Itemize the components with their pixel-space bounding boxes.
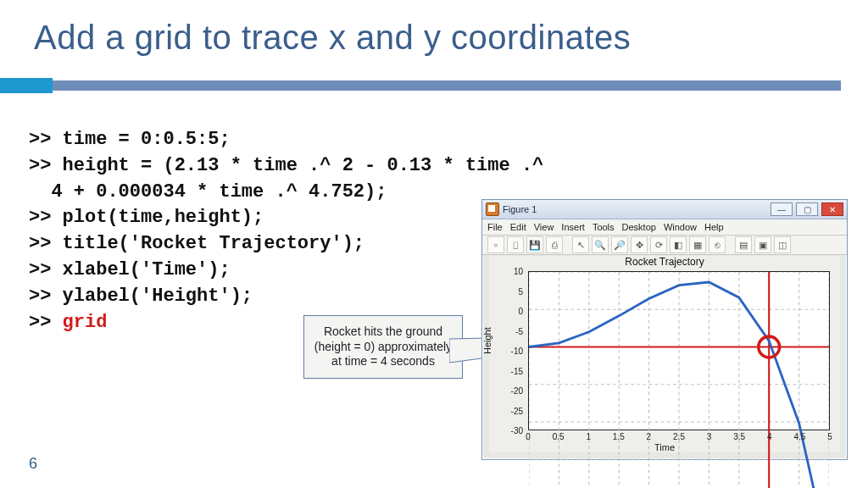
- code-line: >> height = (2.13 * time .^ 2 - 0.13 * t…: [29, 155, 543, 176]
- code-block: >> time = 0:0.5:5; >> height = (2.13 * t…: [29, 127, 487, 336]
- menu-window[interactable]: Window: [664, 222, 697, 232]
- insert-legend-icon[interactable]: ▣: [754, 236, 771, 253]
- menu-help[interactable]: Help: [704, 222, 724, 232]
- pointer-icon[interactable]: ↖: [572, 236, 589, 253]
- plot-axes[interactable]: [528, 271, 830, 430]
- code-line: >> title('Rocket Trajectory');: [29, 233, 364, 254]
- x-ticks: 00.511.522.533.544.55: [528, 432, 830, 442]
- new-icon[interactable]: ▫: [487, 236, 504, 253]
- code-line: >> grid: [29, 312, 107, 333]
- datatip-icon[interactable]: ◧: [670, 236, 687, 253]
- code-line: 4 + 0.000034 * time .^ 4.752);: [29, 181, 387, 202]
- slide-title: Add a grid to trace x and y coordinates: [34, 19, 631, 57]
- menu-view[interactable]: View: [534, 222, 554, 232]
- zoomin-icon[interactable]: 🔍: [592, 236, 609, 253]
- brush-icon[interactable]: ▦: [689, 236, 706, 253]
- figure-titlebar[interactable]: Figure 1 — ▢ ✕: [482, 200, 847, 219]
- rotate-icon[interactable]: ⟳: [650, 236, 667, 253]
- maximize-button[interactable]: ▢: [796, 202, 818, 216]
- minimize-button[interactable]: —: [771, 202, 793, 216]
- hide-plot-tools-icon[interactable]: ◫: [774, 236, 791, 253]
- grid-keyword: grid: [63, 312, 108, 333]
- matlab-icon: [486, 202, 499, 216]
- y-ticks: 1050-5-10-15-20-25-30: [489, 271, 526, 430]
- print-icon[interactable]: ⎙: [546, 236, 563, 253]
- menu-tools[interactable]: Tools: [593, 222, 615, 232]
- save-icon[interactable]: 💾: [526, 236, 543, 253]
- chart-title: Rocket Trajectory: [489, 256, 840, 268]
- callout-box: Rocket hits the ground (height = 0) appr…: [303, 315, 463, 379]
- code-line: >> plot(time,height);: [29, 207, 264, 228]
- insert-colorbar-icon[interactable]: ▤: [735, 236, 752, 253]
- axes-area: Rocket Trajectory Height Time 1050-5-10-…: [489, 256, 840, 452]
- menu-edit[interactable]: Edit: [510, 222, 526, 232]
- close-button[interactable]: ✕: [821, 202, 843, 216]
- page-number: 6: [29, 455, 37, 473]
- figure-menubar[interactable]: File Edit View Insert Tools Desktop Wind…: [482, 219, 847, 236]
- figure-toolbar: ▫ ⌷ 💾 ⎙ ↖ 🔍 🔎 ✥ ⟳ ◧ ▦ ⎋ ▤ ▣ ◫: [482, 236, 847, 255]
- figure-title: Figure 1: [503, 204, 537, 214]
- zoomout-icon[interactable]: 🔎: [611, 236, 628, 253]
- pan-icon[interactable]: ✥: [631, 236, 648, 253]
- menu-file[interactable]: File: [487, 222, 503, 232]
- code-line: >> xlabel('Time');: [29, 259, 231, 280]
- trajectory-plot: [529, 272, 829, 488]
- code-line: >> time = 0:0.5:5;: [29, 129, 231, 150]
- link-icon[interactable]: ⎋: [709, 236, 726, 253]
- menu-desktop[interactable]: Desktop: [622, 222, 656, 232]
- open-icon[interactable]: ⌷: [507, 236, 524, 253]
- menu-insert[interactable]: Insert: [561, 222, 585, 232]
- code-line: >> ylabel('Height');: [29, 286, 253, 307]
- figure-window: Figure 1 — ▢ ✕ File Edit View Insert Too…: [481, 199, 848, 460]
